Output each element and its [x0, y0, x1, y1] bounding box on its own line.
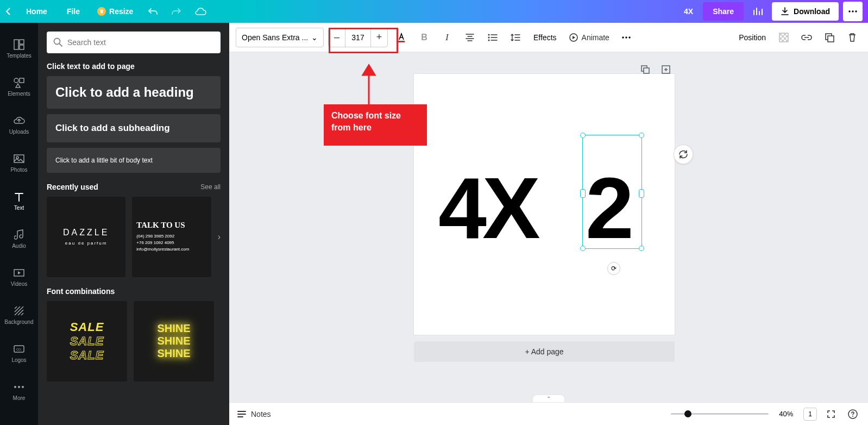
- svg-rect-26: [779, 33, 782, 35]
- fullscreen-button[interactable]: [823, 407, 839, 422]
- help-button[interactable]: [845, 407, 860, 422]
- animate-button[interactable]: Animate: [565, 28, 613, 47]
- undo-button[interactable]: [141, 0, 165, 23]
- thumb-shine[interactable]: SHINE SHINE SHINE: [134, 301, 214, 382]
- top-right-group: 4X Share Download: [684, 2, 868, 21]
- redo-button[interactable]: [165, 0, 188, 23]
- rail-elements[interactable]: Elements: [0, 67, 38, 105]
- page-drawer-toggle[interactable]: ⌃: [532, 395, 565, 402]
- font-size-increase[interactable]: +: [371, 28, 387, 47]
- notes-icon: [237, 410, 247, 418]
- canvas-area[interactable]: 4X 2 ⟳ + Add page Choose font size from …: [229, 52, 868, 402]
- rail-more[interactable]: More: [0, 372, 38, 410]
- chevron-right-icon[interactable]: ›: [218, 232, 221, 242]
- list-button[interactable]: [483, 28, 502, 47]
- rail-text[interactable]: Text: [0, 182, 38, 220]
- rail-logos-label: Logos: [11, 357, 26, 363]
- rail-uploads[interactable]: Uploads: [0, 105, 38, 143]
- svg-point-19: [488, 36, 490, 38]
- add-heading-text: Click to add a heading: [55, 85, 212, 100]
- zoom-value[interactable]: 40%: [775, 410, 797, 418]
- delete-button[interactable]: [843, 28, 861, 47]
- handle-tr[interactable]: [639, 133, 644, 138]
- rail-logos[interactable]: CO.Logos: [0, 334, 38, 372]
- more-menu-button[interactable]: [843, 2, 863, 21]
- rail-background[interactable]: Background: [0, 296, 38, 334]
- italic-button[interactable]: I: [438, 28, 456, 47]
- tool-rail: Templates Elements Uploads Photos Text A…: [0, 23, 38, 425]
- templates-icon: [12, 38, 26, 51]
- rail-text-label: Text: [14, 205, 24, 211]
- document-title[interactable]: 4X: [684, 7, 693, 16]
- rail-videos[interactable]: Videos: [0, 258, 38, 296]
- handle-br[interactable]: [639, 246, 644, 251]
- videos-icon: [12, 266, 26, 279]
- add-body-button[interactable]: Click to add a little bit of body text: [47, 148, 221, 173]
- svg-point-18: [488, 34, 490, 35]
- handle-l[interactable]: [580, 189, 586, 198]
- effects-button[interactable]: Effects: [529, 33, 561, 42]
- resize-button[interactable]: ♛ Resize: [90, 0, 141, 23]
- rail-photos[interactable]: Photos: [0, 143, 38, 182]
- svg-rect-5: [20, 45, 24, 49]
- font-family-select[interactable]: Open Sans Extra ... ⌄: [236, 28, 324, 47]
- duplicate-button[interactable]: [820, 28, 839, 47]
- cloud-sync-icon[interactable]: [188, 0, 212, 23]
- svg-point-24: [628, 36, 630, 38]
- page-fab-button[interactable]: [674, 145, 693, 164]
- animate-label: Animate: [582, 33, 609, 42]
- add-subheading-button[interactable]: Click to add a subheading: [47, 114, 221, 142]
- zoom-slider[interactable]: [671, 413, 769, 415]
- svg-point-23: [625, 36, 627, 38]
- home-button[interactable]: Home: [16, 0, 57, 23]
- dazzle-text: DAZZLE: [63, 228, 109, 238]
- position-button[interactable]: Position: [734, 33, 770, 42]
- handle-bl[interactable]: [580, 246, 586, 251]
- back-button[interactable]: [0, 0, 16, 23]
- font-size-input[interactable]: [345, 28, 371, 47]
- rail-templates[interactable]: Templates: [0, 29, 38, 67]
- click-to-add-label: Click text to add to page: [47, 62, 221, 71]
- link-button[interactable]: [797, 28, 816, 47]
- svg-point-2: [855, 10, 857, 12]
- rotate-handle[interactable]: ⟳: [607, 262, 620, 275]
- rail-audio[interactable]: Audio: [0, 220, 38, 258]
- recent-label: Recently used: [47, 183, 98, 191]
- download-button[interactable]: Download: [772, 2, 839, 21]
- search-box[interactable]: [47, 32, 221, 53]
- font-size-group: – +: [328, 28, 388, 47]
- search-input[interactable]: [67, 38, 214, 47]
- canvas-text-4x[interactable]: 4X: [438, 158, 536, 258]
- selection-box[interactable]: [582, 135, 642, 249]
- handle-tl[interactable]: [580, 133, 586, 138]
- fontcombo-label: Font combinations: [47, 287, 115, 296]
- thumb-talk[interactable]: TALK TO US (04) 298 3985 2092 +76 209 10…: [132, 197, 211, 277]
- add-page-button[interactable]: + Add page: [414, 341, 675, 362]
- insights-button[interactable]: [748, 2, 768, 21]
- font-size-decrease[interactable]: –: [329, 28, 345, 47]
- page-indicator[interactable]: 1: [803, 408, 817, 421]
- see-all-link[interactable]: See all: [200, 183, 221, 191]
- transparency-button[interactable]: [775, 28, 793, 47]
- crown-icon: ♛: [97, 7, 106, 16]
- add-heading-button[interactable]: Click to add a heading: [47, 76, 221, 109]
- thumb-sale[interactable]: SALE SALE SALE: [47, 301, 127, 382]
- top-menu-bar: Home File ♛ Resize 4X Share Download: [0, 0, 868, 23]
- alignment-button[interactable]: [461, 28, 479, 47]
- talk-line1: (04) 298 3985 2092: [136, 233, 174, 240]
- bold-button[interactable]: B: [415, 28, 433, 47]
- toolbar-more-button[interactable]: [617, 28, 636, 47]
- zoom-thumb[interactable]: [684, 410, 691, 417]
- spacing-button[interactable]: [506, 28, 525, 47]
- thumb-dazzle[interactable]: DAZZLE eau de parfum: [47, 197, 125, 277]
- svg-rect-29: [786, 35, 788, 38]
- photos-icon: [12, 152, 26, 165]
- text-color-button[interactable]: [392, 28, 411, 47]
- share-button[interactable]: Share: [703, 2, 744, 21]
- notes-button[interactable]: Notes: [237, 410, 271, 418]
- handle-r[interactable]: [639, 189, 644, 198]
- file-menu[interactable]: File: [57, 0, 90, 23]
- bottom-bar: Notes 40% 1: [229, 402, 868, 425]
- annotation-callout: Choose font size from here: [324, 104, 427, 146]
- logos-icon: CO.: [12, 342, 26, 355]
